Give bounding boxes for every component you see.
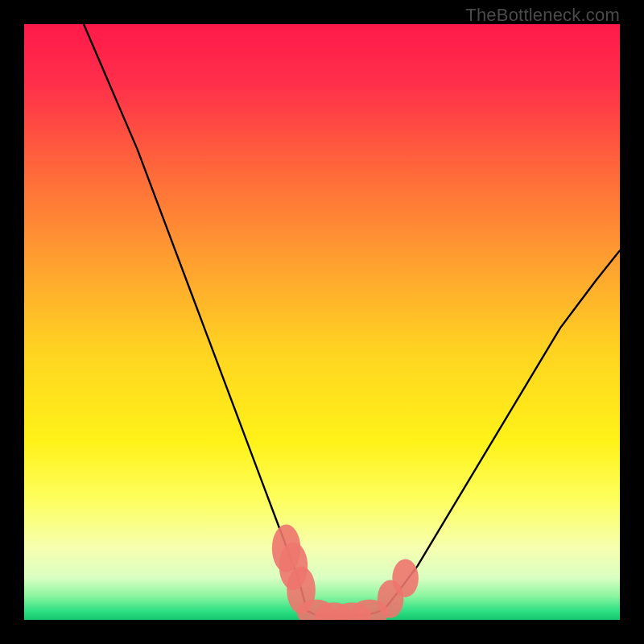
plot-area bbox=[24, 24, 620, 620]
gradient-background bbox=[24, 24, 620, 620]
chart-svg bbox=[24, 24, 620, 620]
chart-frame: TheBottleneck.com bbox=[0, 0, 644, 644]
watermark-text: TheBottleneck.com bbox=[465, 5, 620, 26]
marker-8 bbox=[392, 559, 419, 597]
